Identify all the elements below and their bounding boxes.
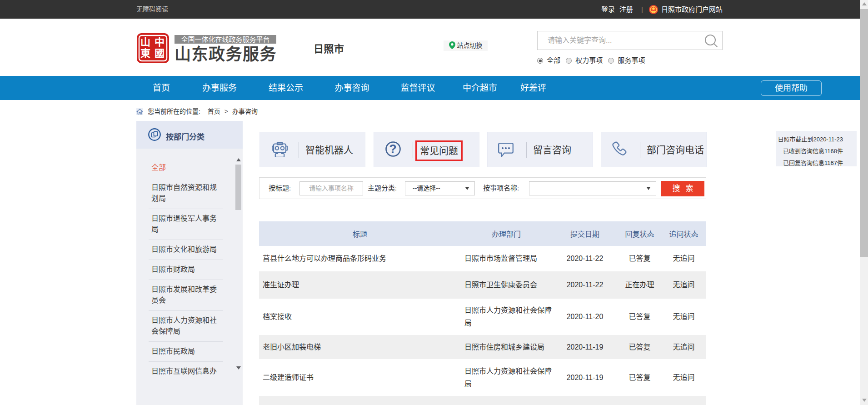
svg-text:?: ? <box>389 142 397 156</box>
svg-text:國: 國 <box>155 48 165 59</box>
svg-text:東: 東 <box>140 48 150 59</box>
svg-text:中: 中 <box>155 36 165 48</box>
svg-text:山: 山 <box>140 36 150 48</box>
